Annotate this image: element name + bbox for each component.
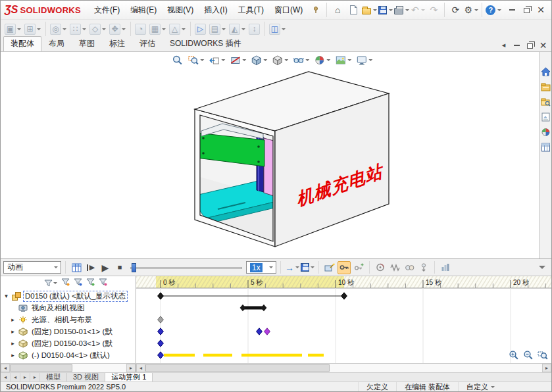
solidworks-resources-icon[interactable] (540, 66, 551, 77)
bill-of-materials-button[interactable]: ▤ (208, 22, 227, 36)
restore-button[interactable] (520, 4, 533, 16)
redo-button[interactable]: ↷ (426, 3, 441, 17)
edit-component-button[interactable]: ▣ (3, 22, 22, 36)
model-3d[interactable]: 机械充电站 (1, 52, 539, 258)
tab-solidworks-addins[interactable]: SOLIDWORKS 插件 (163, 36, 249, 51)
timeline-zoom-out-icon[interactable] (523, 350, 534, 360)
motor-button[interactable] (374, 261, 387, 274)
tree-hscrollbar[interactable]: ◂ ▸ (1, 364, 136, 372)
doc-close-button[interactable]: ✕ (538, 40, 549, 50)
study-type-select[interactable]: 动画 (3, 261, 61, 274)
scroll-thumb[interactable] (10, 364, 72, 372)
section-view-icon[interactable] (228, 54, 247, 66)
custom-properties-icon[interactable] (540, 142, 551, 153)
edit-appearance-icon[interactable] (313, 54, 332, 66)
scroll-left-icon[interactable]: ◂ (136, 364, 145, 372)
expand-closed-icon[interactable]: ▸ (10, 340, 16, 347)
autokey-toggle[interactable] (338, 261, 351, 274)
scroll-tabs-first-icon[interactable]: ◂ (1, 373, 11, 381)
save-animation-button[interactable] (301, 261, 314, 274)
menu-insert[interactable]: 插入(I) (199, 2, 232, 18)
menu-pin-icon[interactable] (309, 3, 323, 17)
assembly-features-button[interactable]: ▦ (148, 22, 167, 36)
filter-selected-icon[interactable] (86, 278, 95, 288)
smart-fasteners-button[interactable]: ◇ (88, 22, 107, 36)
scroll-tabs-last-icon[interactable]: ▸ (30, 373, 40, 381)
zoom-to-area-icon[interactable] (186, 54, 205, 66)
insert-components-button[interactable]: ⊞ (23, 22, 42, 36)
display-style-icon[interactable] (270, 54, 289, 66)
print-button[interactable] (394, 3, 409, 17)
tab-3d-views[interactable]: 3D 视图 (67, 373, 105, 381)
hide-show-items-icon[interactable] (291, 54, 311, 66)
reference-geometry-button[interactable]: △ (168, 22, 187, 36)
menu-tools[interactable]: 工具(T) (233, 2, 269, 18)
doc-restore-button[interactable] (524, 40, 536, 50)
menu-window[interactable]: 窗口(W) (269, 2, 308, 18)
linear-component-pattern-button[interactable]: ∷ (68, 22, 88, 36)
new-document-button[interactable] (346, 3, 361, 17)
add-key-button[interactable] (352, 261, 365, 274)
stop-button[interactable]: ■ (113, 261, 126, 274)
open-button[interactable] (362, 3, 377, 17)
options-button[interactable]: ⚙ (464, 3, 478, 17)
tree-item-assembly[interactable]: ▾ D0150 (默认) <默认_显示状态 (1, 290, 136, 302)
save-button[interactable] (378, 3, 393, 17)
tree-item-camera-views[interactable]: 视向及相机视图 (1, 302, 136, 314)
expand-closed-icon[interactable]: ▸ (10, 352, 16, 358)
appearances-scenes-icon[interactable] (540, 127, 551, 137)
timeline-hscrollbar[interactable]: ◂ ▸ (136, 364, 551, 372)
new-motion-study-button[interactable]: ▷ (193, 22, 207, 36)
exploded-view-button[interactable]: ◭ (228, 22, 247, 36)
tab-markup[interactable]: 标注 (102, 36, 132, 51)
timeline-area[interactable]: 0 秒 5 秒 10 秒 15 秒 20 秒 (136, 276, 551, 363)
tree-item-lights[interactable]: ▸ 光源、相机与布景 (1, 314, 136, 326)
help-button[interactable]: ? (486, 3, 501, 17)
playback-speed-select[interactable]: 1x (246, 261, 276, 274)
playback-mode-button[interactable]: → (285, 261, 299, 274)
explode-line-sketch-button[interactable]: ↕ (247, 22, 261, 36)
keyframes[interactable] (158, 293, 347, 358)
tab-motion-study-1[interactable]: 运动算例 1 (105, 373, 153, 381)
filter-animated-icon[interactable] (61, 278, 70, 288)
menu-view[interactable]: 视图(V) (162, 2, 199, 18)
view-orientation-icon[interactable] (249, 54, 268, 66)
menu-file[interactable]: 文件(F) (89, 2, 125, 18)
move-component-button[interactable]: ✥ (108, 22, 127, 36)
tab-evaluate[interactable]: 评估 (132, 36, 163, 51)
home-button[interactable]: ⌂ (330, 3, 345, 17)
take-snapshot-button[interactable]: ◫ (268, 22, 287, 36)
contact-button[interactable] (403, 261, 416, 274)
minimize-button[interactable] (505, 4, 518, 16)
calculate-button[interactable] (70, 261, 83, 274)
scroll-thumb[interactable] (145, 364, 330, 372)
tab-assembly[interactable]: 装配体 (3, 36, 41, 51)
timebar-slider[interactable] (130, 262, 242, 274)
graphics-area[interactable]: 机械充电站 (1, 52, 551, 258)
apply-scene-icon[interactable] (334, 54, 353, 66)
expand-closed-icon[interactable]: ▸ (10, 328, 16, 335)
timeline-zoom-in-icon[interactable] (509, 350, 519, 360)
show-hidden-components-button[interactable]: ◔ (134, 22, 147, 36)
design-library-icon[interactable] (540, 82, 551, 92)
rebuild-button[interactable]: ⟳ (448, 3, 463, 17)
spring-button[interactable] (388, 261, 401, 274)
tab-sketch[interactable]: 草图 (72, 36, 102, 51)
previous-view-icon[interactable] (207, 54, 226, 66)
expand-closed-icon[interactable]: ▸ (10, 316, 16, 323)
filter-menu-icon[interactable] (44, 280, 57, 287)
scroll-right-icon[interactable]: ▸ (542, 364, 551, 372)
scroll-left-icon[interactable]: ◂ (1, 364, 10, 372)
collapse-motionmanager-button[interactable] (534, 261, 549, 274)
animation-wizard-button[interactable] (323, 261, 336, 274)
expand-open-icon[interactable]: ▾ (3, 293, 9, 299)
timeline-pane[interactable]: 0 秒 5 秒 10 秒 15 秒 20 秒 (136, 276, 551, 363)
tab-model[interactable]: 模型 (40, 373, 67, 381)
timeline-zoom-fit-icon[interactable] (538, 350, 548, 360)
slider-thumb[interactable] (132, 263, 136, 272)
view-settings-icon[interactable] (355, 54, 374, 66)
mate-button[interactable]: ◎ (49, 22, 68, 36)
results-plots-button[interactable] (439, 261, 452, 274)
tree-item-d0150-03[interactable]: ▸ (固定) D0150-03<1> (默 (1, 337, 136, 349)
tree-item-d0150-01[interactable]: ▸ (固定) D0150-01<1> (默 (1, 326, 136, 337)
